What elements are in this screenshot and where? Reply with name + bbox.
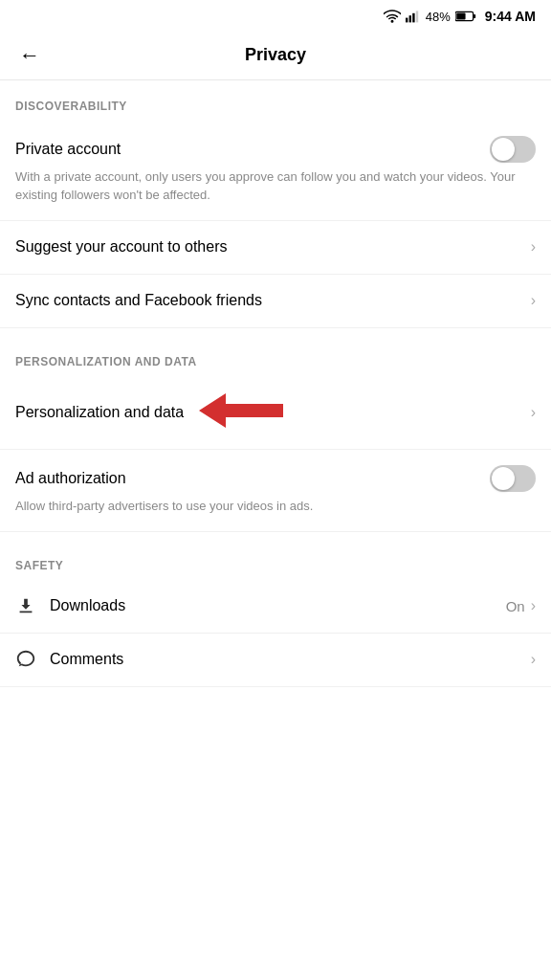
status-time: 9:44 AM — [485, 9, 536, 24]
comments-row[interactable]: Comments › — [0, 634, 551, 687]
svg-rect-3 — [416, 11, 418, 22]
ad-authorization-description: Allow third-party advertisers to use you… — [15, 498, 536, 516]
suggest-account-left: Suggest your account to others — [15, 238, 519, 256]
personalization-data-left: Personalization and data — [15, 391, 519, 434]
page-title: Privacy — [245, 45, 306, 65]
private-account-toggle[interactable] — [490, 136, 536, 163]
signal-icon — [406, 10, 421, 23]
comments-title: Comments — [50, 651, 123, 668]
personalization-data-title: Personalization and data — [15, 404, 184, 421]
chevron-right-icon: › — [531, 651, 536, 668]
private-account-title: Private account — [15, 141, 121, 158]
private-account-top: Private account — [15, 136, 536, 163]
battery-icon — [455, 11, 476, 22]
toggle-thumb — [492, 467, 515, 490]
suggest-account-title: Suggest your account to others — [15, 238, 227, 256]
back-arrow-icon: ← — [19, 43, 40, 68]
downloads-left: Downloads — [15, 595, 495, 616]
comments-left: Comments — [15, 649, 519, 670]
download-icon — [15, 595, 36, 616]
personalization-data-row[interactable]: Personalization and data › — [0, 376, 551, 450]
red-arrow-annotation — [199, 391, 283, 434]
wifi-icon — [384, 10, 401, 23]
ad-authorization-title: Ad authorization — [15, 470, 126, 487]
status-icons: 48% 9:44 AM — [384, 9, 536, 24]
page-header: ← Privacy — [0, 31, 551, 80]
sync-contacts-title: Sync contacts and Facebook friends — [15, 292, 262, 309]
downloads-status: On — [506, 598, 525, 614]
settings-content: DISCOVERABILITY Private account With a p… — [0, 80, 551, 687]
downloads-right: On › — [506, 597, 536, 614]
svg-marker-7 — [199, 393, 283, 428]
svg-rect-2 — [412, 13, 414, 23]
downloads-title: Downloads — [50, 597, 125, 614]
suggest-account-right: › — [531, 238, 536, 256]
svg-rect-5 — [474, 14, 475, 18]
personalization-data-right: › — [531, 404, 536, 421]
toggle-thumb — [492, 138, 515, 161]
chevron-right-icon: › — [531, 238, 536, 256]
private-account-row: Private account With a private account, … — [0, 121, 551, 221]
ad-authorization-row: Ad authorization Allow third-party adver… — [0, 450, 551, 532]
red-arrow-icon — [199, 391, 283, 430]
chevron-right-icon: › — [531, 404, 536, 421]
sync-contacts-row[interactable]: Sync contacts and Facebook friends › — [0, 275, 551, 328]
svg-rect-1 — [408, 15, 410, 22]
battery-percentage: 48% — [426, 10, 451, 24]
comments-right: › — [531, 651, 536, 668]
ad-authorization-toggle[interactable] — [490, 465, 536, 492]
back-button[interactable]: ← — [15, 39, 44, 72]
svg-rect-6 — [456, 13, 465, 20]
suggest-account-row[interactable]: Suggest your account to others › — [0, 221, 551, 275]
chevron-right-icon: › — [531, 292, 536, 309]
private-account-description: With a private account, only users you a… — [15, 168, 536, 205]
section-personalization-label: PERSONALIZATION AND DATA — [0, 336, 551, 376]
downloads-row[interactable]: Downloads On › — [0, 580, 551, 634]
section-discoverability-label: DISCOVERABILITY — [0, 80, 551, 121]
section-safety-label: SAFETY — [0, 540, 551, 580]
status-bar: 48% 9:44 AM — [0, 0, 551, 31]
ad-authorization-top: Ad authorization — [15, 465, 536, 492]
sync-contacts-left: Sync contacts and Facebook friends — [15, 292, 519, 309]
chevron-right-icon: › — [531, 597, 536, 614]
svg-rect-0 — [406, 18, 408, 23]
comment-icon — [15, 649, 36, 670]
sync-contacts-right: › — [531, 292, 536, 309]
